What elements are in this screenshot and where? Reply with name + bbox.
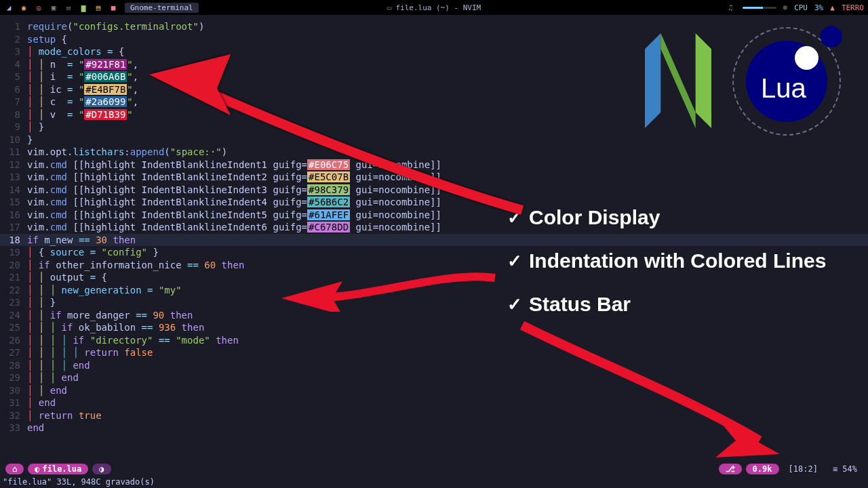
code-line[interactable]: 33end bbox=[0, 422, 868, 434]
line-number: 31 bbox=[0, 396, 27, 409]
code-content: │ │ if more_danger == 90 then bbox=[27, 309, 193, 322]
code-line[interactable]: 16vim.cmd [[highlight IndentBlanklineInd… bbox=[0, 209, 868, 222]
line-number: 2 bbox=[0, 33, 27, 46]
code-line[interactable]: 15vim.cmd [[highlight IndentBlanklineInd… bbox=[0, 196, 868, 209]
term-icon[interactable]: ▣ bbox=[49, 3, 58, 12]
code-content: │ │ │ end bbox=[27, 371, 79, 384]
code-content: require("configs.terminalroot") bbox=[27, 20, 204, 33]
camera-icon[interactable]: ■ bbox=[108, 3, 118, 12]
code-content: │ if other_information_nice == 60 then bbox=[27, 259, 244, 272]
line-number: 14 bbox=[0, 184, 27, 197]
annotation-color-display: ✓ Color Display bbox=[507, 206, 660, 229]
code-line[interactable]: 22│ │ │ new_generation = "my" bbox=[0, 284, 868, 297]
mail-icon[interactable]: ✉ bbox=[64, 3, 73, 12]
code-line[interactable]: 23│ │ } bbox=[0, 296, 868, 309]
code-line[interactable]: 25│ │ │ if ok_babilon == 936 then bbox=[0, 321, 868, 334]
code-content: │ } bbox=[27, 121, 44, 134]
code-line[interactable]: 21│ │ output = { bbox=[0, 271, 868, 284]
code-content: vim.opt.listchars:append("space:·") bbox=[27, 146, 227, 159]
code-content: │ │ v = "#D71B39" bbox=[27, 108, 133, 121]
line-number: 6 bbox=[0, 83, 27, 96]
line-number: 32 bbox=[0, 409, 27, 422]
annotation-text: Status Bar bbox=[529, 293, 631, 316]
line-number: 28 bbox=[0, 359, 27, 372]
code-line[interactable]: 14vim.cmd [[highlight IndentBlanklineInd… bbox=[0, 184, 868, 197]
line-number: 7 bbox=[0, 96, 27, 108]
line-number: 19 bbox=[0, 246, 27, 259]
folder-icon[interactable]: ▆ bbox=[79, 3, 88, 12]
code-content: │ │ │ │ │ return false bbox=[27, 346, 153, 359]
neovim-logo-icon bbox=[637, 33, 719, 130]
line-number: 8 bbox=[0, 108, 27, 121]
line-number: 1 bbox=[0, 20, 27, 33]
code-content: │ │ i = "#006A6B", bbox=[27, 70, 138, 83]
code-line[interactable]: 24│ │ if more_danger == 90 then bbox=[0, 309, 868, 322]
chrome-icon[interactable]: ◎ bbox=[34, 3, 43, 12]
file-icon: ▭ bbox=[387, 3, 392, 12]
line-number: 33 bbox=[0, 422, 27, 434]
color-swatch: #98C379 bbox=[307, 184, 350, 195]
color-swatch: #D71B39 bbox=[84, 109, 127, 120]
code-line[interactable]: 17vim.cmd [[highlight IndentBlanklineInd… bbox=[0, 221, 868, 234]
notes-icon[interactable]: ▤ bbox=[94, 3, 103, 12]
line-number: 4 bbox=[0, 58, 27, 71]
code-line[interactable]: 32│ return true bbox=[0, 409, 868, 422]
status-overlay-icon[interactable]: ◑ bbox=[92, 464, 111, 474]
code-content: │ end bbox=[27, 396, 56, 409]
user-icon: ▲ bbox=[830, 3, 835, 12]
firefox-icon[interactable]: ◉ bbox=[19, 3, 28, 12]
user-name: TERRO bbox=[842, 3, 864, 12]
color-swatch: #921F81 bbox=[84, 59, 127, 70]
check-icon: ✓ bbox=[507, 207, 522, 228]
music-icon[interactable]: ♫ bbox=[728, 3, 733, 12]
code-line[interactable]: 13vim.cmd [[highlight IndentBlanklineInd… bbox=[0, 171, 868, 184]
window-title-nvim: file.lua (~) - NVIM bbox=[395, 3, 481, 12]
status-filename[interactable]: ◐ file.lua bbox=[28, 464, 88, 474]
line-number: 20 bbox=[0, 259, 27, 272]
volume-slider[interactable] bbox=[743, 7, 776, 9]
code-content: vim.cmd [[highlight IndentBlanklineInden… bbox=[27, 196, 441, 209]
lua-file-icon: ◐ bbox=[35, 464, 39, 474]
code-content: │ │ } bbox=[27, 296, 56, 309]
status-filesize: 0.9k bbox=[746, 464, 779, 474]
code-line[interactable]: 29│ │ │ end bbox=[0, 371, 868, 384]
code-line[interactable]: 18if m_new == 30 then bbox=[0, 234, 868, 247]
color-swatch: #E5C07B bbox=[307, 171, 350, 182]
status-scroll-pct: ≡ 54% bbox=[827, 464, 863, 474]
status-home-button[interactable]: ⌂ bbox=[5, 464, 24, 474]
arch-icon[interactable]: ◢ bbox=[4, 3, 14, 12]
line-number: 29 bbox=[0, 371, 27, 384]
status-cursor-pos: [18:2] bbox=[783, 464, 823, 474]
svg-marker-1 bbox=[660, 33, 695, 128]
tray-icons: ◢ ◉ ◎ ▣ ✉ ▆ ▤ ■ bbox=[4, 3, 118, 12]
line-number: 25 bbox=[0, 321, 27, 334]
lua-logo-text: Lua bbox=[761, 73, 806, 104]
line-number: 11 bbox=[0, 146, 27, 159]
code-content: │ { source = "config" } bbox=[27, 246, 159, 259]
status-git-button[interactable]: ⎇ bbox=[719, 464, 742, 474]
code-line[interactable]: 28│ │ │ │ end bbox=[0, 359, 868, 372]
line-number: 30 bbox=[0, 384, 27, 397]
code-line[interactable]: 31│ end bbox=[0, 396, 868, 409]
lua-logo-icon: Lua bbox=[732, 27, 841, 136]
code-content: │ │ n = "#921F81", bbox=[27, 58, 138, 71]
code-line[interactable]: 30│ │ end bbox=[0, 384, 868, 397]
color-swatch: #C678DD bbox=[307, 222, 350, 232]
logos-overlay: Lua bbox=[637, 27, 841, 136]
line-number: 22 bbox=[0, 284, 27, 297]
system-topbar: ◢ ◉ ◎ ▣ ✉ ▆ ▤ ■ Gnome-terminal ▭ file.lu… bbox=[0, 0, 868, 15]
color-swatch: #E4BF7B bbox=[84, 84, 127, 95]
svg-marker-0 bbox=[645, 33, 660, 128]
code-line[interactable]: 26│ │ │ │ if "directory" == "mode" then bbox=[0, 334, 868, 347]
code-line[interactable]: 27│ │ │ │ │ return false bbox=[0, 346, 868, 359]
code-line[interactable]: 11vim.opt.listchars:append("space:·") bbox=[0, 146, 868, 159]
settings-icon[interactable]: ❄ bbox=[783, 3, 788, 12]
code-content: │ mode_colors = { bbox=[27, 45, 124, 58]
code-content: │ return true bbox=[27, 409, 102, 422]
window-title-terminal[interactable]: Gnome-terminal bbox=[125, 3, 199, 13]
line-number: 12 bbox=[0, 159, 27, 171]
annotation-text: Indentation with Colored Lines bbox=[529, 249, 826, 272]
code-line[interactable]: 12vim.cmd [[highlight IndentBlanklineInd… bbox=[0, 159, 868, 171]
line-number: 17 bbox=[0, 221, 27, 234]
check-icon: ✓ bbox=[507, 294, 522, 315]
